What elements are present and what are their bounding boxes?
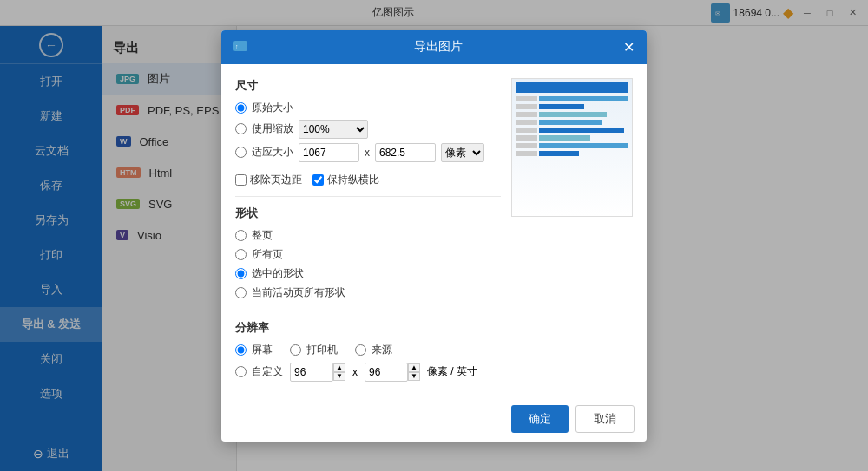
scale-select[interactable]: 100% 50% 200% — [299, 120, 368, 139]
radio-currentpage-input[interactable] — [235, 287, 247, 298]
radio-source-label: 来源 — [372, 343, 392, 357]
dpi-up-btn-2[interactable]: ▲ — [408, 363, 420, 372]
dialog-close-button[interactable]: ✕ — [623, 39, 635, 56]
radio-source-input[interactable] — [355, 344, 366, 356]
radio-source[interactable]: 来源 — [355, 343, 392, 357]
gantt-row-2 — [516, 103, 628, 109]
dpi-row-2: 自定义 ▲ ▼ x ▲ ▼ — [235, 363, 501, 382]
radio-allpages-label: 所有页 — [252, 247, 283, 262]
radio-scale-input[interactable] — [235, 123, 247, 134]
radio-selected-label: 选中的形状 — [252, 266, 304, 281]
dpi-input-2[interactable] — [365, 363, 408, 382]
gantt-label-3 — [516, 112, 537, 117]
cancel-button[interactable]: 取消 — [575, 405, 635, 433]
radio-scale-label: 使用缩放 — [252, 121, 293, 136]
dialog-right — [511, 78, 633, 382]
remove-margin-input[interactable] — [235, 174, 247, 186]
radio-original-size[interactable]: 原始大小 — [235, 101, 501, 115]
confirm-button[interactable]: 确定 — [511, 405, 569, 433]
keep-ratio-label: 保持纵横比 — [327, 173, 379, 187]
margin-ratio-group: 移除页边距 保持纵横比 — [235, 173, 501, 187]
gantt-label-8 — [516, 151, 537, 156]
radio-allpages-input[interactable] — [235, 249, 247, 260]
radio-custom-label: 自定义 — [252, 364, 283, 379]
gantt-bar-1 — [539, 96, 628, 101]
dpi-down-btn-2[interactable]: ▼ — [408, 372, 420, 381]
radio-allpages[interactable]: 所有页 — [235, 247, 501, 262]
radio-fit-label: 适应大小 — [252, 145, 293, 160]
radio-fit[interactable]: 适应大小 x 像素 — [235, 143, 501, 162]
gantt-row-4 — [516, 119, 628, 125]
fit-height-input[interactable] — [375, 143, 436, 162]
dpi-down-btn-1[interactable]: ▼ — [333, 372, 345, 381]
gantt-label-6 — [516, 135, 537, 141]
fit-size-group: x 像素 — [299, 143, 484, 162]
fit-x-label: x — [365, 147, 370, 159]
radio-screen[interactable]: 屏幕 — [235, 343, 273, 357]
dialog-left: 尺寸 原始大小 使用缩放 100% 50% 200% — [235, 78, 501, 382]
preview-box — [511, 78, 633, 217]
gantt-label-7 — [516, 143, 537, 148]
shape-section-label: 形状 — [235, 206, 501, 221]
dpi-spin-1: ▲ ▼ — [290, 363, 345, 382]
dialog-body: 尺寸 原始大小 使用缩放 100% 50% 200% — [221, 64, 647, 396]
dpi-spin-2: ▲ ▼ — [365, 363, 420, 382]
remove-margin-label: 移除页边距 — [250, 173, 302, 187]
shape-radio-group: 整页 所有页 选中的形状 当前活动页所有形状 — [235, 228, 501, 300]
dpi-x-label: x — [352, 366, 358, 378]
radio-original-input[interactable] — [235, 102, 247, 114]
gantt-bar-6 — [539, 135, 590, 141]
size-radio-group: 原始大小 使用缩放 100% 50% 200% 适应大小 — [235, 101, 501, 162]
gantt-label-2 — [516, 104, 537, 109]
gantt-row-6 — [516, 134, 628, 141]
keep-ratio-check[interactable]: 保持纵横比 — [312, 173, 379, 187]
size-section-label: 尺寸 — [235, 78, 501, 94]
radio-wholepage-label: 整页 — [252, 228, 273, 243]
divider-1 — [235, 196, 501, 197]
gantt-row-8 — [516, 150, 628, 156]
radio-currentpage[interactable]: 当前活动页所有形状 — [235, 285, 501, 300]
fit-width-input[interactable] — [299, 143, 359, 162]
dialog-footer: 确定 取消 — [221, 396, 647, 442]
divider-2 — [235, 311, 501, 311]
preview-image — [512, 79, 632, 216]
radio-screen-input[interactable] — [235, 344, 247, 356]
keep-ratio-input[interactable] — [312, 174, 324, 186]
radio-printer[interactable]: 打印机 — [290, 343, 338, 357]
radio-original-label: 原始大小 — [252, 101, 293, 115]
radio-fit-input[interactable] — [235, 147, 247, 158]
dpi-section-label: 分辨率 — [235, 320, 501, 336]
dpi-up-btn-1[interactable]: ▲ — [333, 363, 345, 372]
gantt-bar-2 — [539, 104, 584, 109]
dpi-spin-btns-1: ▲ ▼ — [333, 363, 345, 381]
fit-unit-select[interactable]: 像素 — [441, 143, 484, 162]
radio-scale[interactable]: 使用缩放 100% 50% 200% — [235, 120, 501, 139]
gantt-row-1 — [516, 95, 628, 101]
dpi-input-1[interactable] — [290, 363, 333, 382]
remove-margin-check[interactable]: 移除页边距 — [235, 173, 302, 187]
gantt-row-7 — [516, 142, 628, 148]
dialog-export-icon: ↑ — [233, 39, 247, 56]
gantt-chart-preview — [512, 79, 632, 216]
dpi-spin-btns-2: ▲ ▼ — [408, 363, 420, 381]
dpi-row-1: 屏幕 打印机 来源 — [235, 343, 501, 357]
gantt-header-bar — [516, 82, 628, 93]
radio-custom[interactable]: 自定义 — [235, 364, 283, 379]
dpi-unit-label: 像素 / 英寸 — [427, 364, 477, 379]
radio-wholepage-input[interactable] — [235, 230, 247, 241]
gantt-bar-4 — [539, 120, 602, 125]
gantt-row-5 — [516, 127, 628, 133]
radio-wholepage[interactable]: 整页 — [235, 228, 501, 243]
radio-selected-input[interactable] — [235, 268, 247, 279]
gantt-label-1 — [516, 96, 537, 101]
gantt-bar-7 — [539, 143, 628, 148]
dialog-header: ↑ 导出图片 ✕ — [221, 30, 647, 64]
radio-printer-input[interactable] — [290, 344, 301, 356]
gantt-bar-5 — [539, 128, 624, 133]
gantt-label-4 — [516, 120, 537, 125]
radio-custom-input[interactable] — [235, 366, 247, 377]
gantt-label-5 — [516, 128, 537, 133]
svg-text:↑: ↑ — [235, 43, 239, 49]
radio-selected[interactable]: 选中的形状 — [235, 266, 501, 281]
export-image-dialog: ↑ 导出图片 ✕ 尺寸 原始大小 使用缩放 — [221, 30, 647, 442]
